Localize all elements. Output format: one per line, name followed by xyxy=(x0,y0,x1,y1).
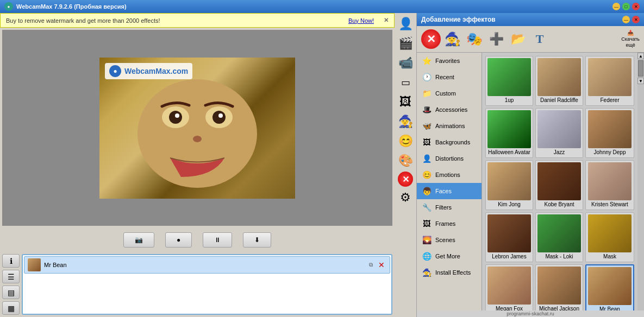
svg-point-5 xyxy=(175,113,179,118)
toolbar-folder-button[interactable]: 📂 xyxy=(508,29,528,49)
effect-card-lebron[interactable]: Lebron James xyxy=(485,212,533,262)
scroll-thumb[interactable] xyxy=(638,60,643,77)
toolbar-effects-button[interactable]: 🎭 xyxy=(465,29,484,49)
minimize-button[interactable]: — xyxy=(612,3,620,10)
cat-label-filters: Filters xyxy=(435,204,452,211)
effect-card-kristen[interactable]: Kristen Stewart xyxy=(585,160,634,210)
cat-icon-installEffects: 🧙 xyxy=(421,267,432,278)
sidebar-item-accessories[interactable]: 🎩 Accessories xyxy=(417,102,482,118)
effects-icon-3[interactable]: 📹 xyxy=(397,54,414,72)
effect-card-kimjong[interactable]: Kim Jong xyxy=(485,160,533,210)
pause-button[interactable]: ⏸ xyxy=(203,232,232,248)
settings-icon[interactable]: ⚙ xyxy=(397,189,414,206)
effect-card-johnny[interactable]: Johnny Depp xyxy=(585,108,634,158)
cat-label-frames: Frames xyxy=(435,220,455,227)
download-button[interactable]: ⬇ xyxy=(243,232,271,248)
download-more-button[interactable]: 📥 Скачатьещё xyxy=(621,30,640,48)
close-button[interactable]: ✕ xyxy=(632,3,640,10)
title-bar-left: ● WebcamMax 7.9.2.6 (Пробная версия) xyxy=(4,2,127,11)
cat-label-faces: Faces xyxy=(435,188,452,194)
toolbar-close-button[interactable]: ✕ xyxy=(421,29,441,49)
list-item[interactable]: Mr Bean ⧉ ✕ xyxy=(24,256,390,274)
cat-icon-animations: 🦋 xyxy=(421,121,432,131)
effect-label-halloween: Halloween Avatar xyxy=(488,149,530,156)
sidebar-item-favorites[interactable]: ⭐ Favorites xyxy=(417,53,482,69)
effect-img-kimjong xyxy=(487,162,531,200)
effect-img-jazz xyxy=(537,110,581,148)
effect-card-megan[interactable]: Megan Fox xyxy=(485,264,533,310)
maximize-button[interactable]: □ xyxy=(622,3,630,10)
bottom-watermark: programmi-skachat.ru xyxy=(417,310,644,317)
effects-icon-1[interactable]: 👤 xyxy=(397,15,414,33)
toolbar-add-button[interactable]: ➕ xyxy=(486,29,506,49)
film-button[interactable]: ▤ xyxy=(2,286,20,299)
banner-close-button[interactable]: ✕ xyxy=(384,17,389,24)
film-icon: ▤ xyxy=(8,288,15,297)
effect-card-federer[interactable]: Federer xyxy=(585,56,634,106)
effect-card-daniel[interactable]: Daniel Radcliffe xyxy=(535,56,583,106)
remove-effect-button[interactable]: ✕ xyxy=(377,260,386,270)
promo-banner: Buy to remove watermark and get more tha… xyxy=(0,13,395,28)
list-icon: ☰ xyxy=(8,272,15,281)
sidebar-item-filters[interactable]: 🔧 Filters xyxy=(417,199,482,215)
cat-label-installEffects: Install Effects xyxy=(435,269,471,276)
title-bar-controls[interactable]: — □ ✕ xyxy=(612,3,640,10)
record-button[interactable]: ● xyxy=(165,232,192,248)
sidebar-item-custom[interactable]: 📁 Custom xyxy=(417,85,482,102)
sidebar-item-emotions[interactable]: 😊 Emotions xyxy=(417,167,482,183)
sidebar-item-scenes[interactable]: 🌄 Scenes xyxy=(417,232,482,248)
effects-minimize-button[interactable]: — xyxy=(622,16,630,23)
effects-icon-4[interactable]: ▭ xyxy=(397,74,414,91)
effect-card-michael[interactable]: Michael Jackson xyxy=(535,264,583,310)
cat-icon-faces: 👦 xyxy=(421,186,432,196)
remove-button[interactable]: ✕ xyxy=(398,172,413,187)
camera-button[interactable]: 📷 xyxy=(123,232,154,248)
buy-now-link[interactable]: Buy Now! xyxy=(348,17,374,24)
sidebar-item-faces[interactable]: 👦 Faces xyxy=(417,183,482,199)
effects-close-button[interactable]: ✕ xyxy=(632,16,640,23)
effect-img-halloween xyxy=(487,110,531,148)
svg-point-6 xyxy=(218,113,223,118)
effects-grid-area: 1up Daniel Radcliffe Federer Halloween A… xyxy=(482,53,637,310)
effect-card-jazz[interactable]: Jazz xyxy=(535,108,583,158)
effect-label-federer: Federer xyxy=(600,97,619,104)
right-toolbar: 👤 🎬 📹 ▭ 🖼 🧙 😊 🎨 ✕ ⚙ xyxy=(395,13,416,317)
scroll-down-button[interactable]: ▼ xyxy=(637,78,644,84)
effects-icon-8[interactable]: 🎨 xyxy=(397,152,414,169)
effect-img-federer xyxy=(588,58,632,96)
list-button[interactable]: ☰ xyxy=(2,270,20,283)
sidebar-item-installEffects[interactable]: 🧙 Install Effects xyxy=(417,264,482,281)
sidebar-item-distortions[interactable]: 👤 Distortions xyxy=(417,150,482,167)
effect-label-1up: 1up xyxy=(505,97,514,104)
filmstrip-button[interactable]: ▦ xyxy=(2,301,20,315)
effects-icon-2[interactable]: 🎬 xyxy=(397,35,414,52)
banner-text: Buy to remove watermark and get more tha… xyxy=(6,17,160,24)
sidebar-item-getMore[interactable]: 🌐 Get More xyxy=(417,248,482,264)
toolbar-wizard-button[interactable]: 🧙 xyxy=(443,29,462,49)
download-icon: ⬇ xyxy=(254,236,260,244)
sidebar-item-backgrounds[interactable]: 🖼 Backgrounds xyxy=(417,134,482,150)
effect-card-1up[interactable]: 1up xyxy=(485,56,533,106)
sidebar-item-animations[interactable]: 🦋 Animations xyxy=(417,118,482,134)
effect-card-mrbean[interactable]: Mr Bean xyxy=(585,264,634,310)
cat-label-recent: Recent xyxy=(435,74,454,80)
effect-card-mask[interactable]: Mask xyxy=(585,212,634,262)
effect-card-mask-loki[interactable]: Mask - Loki xyxy=(535,212,583,262)
effect-img-daniel xyxy=(537,58,581,96)
effect-card-halloween[interactable]: Halloween Avatar xyxy=(485,108,533,158)
effect-card-kobe[interactable]: Kobe Bryant xyxy=(535,160,583,210)
sidebar-item-frames[interactable]: 🖼 Frames xyxy=(417,215,482,232)
effects-icon-6[interactable]: 🧙 xyxy=(397,113,414,130)
copy-effect-button[interactable]: ⧉ xyxy=(366,260,376,270)
effects-scrollbar[interactable]: ▲ ▼ xyxy=(637,53,644,310)
effect-label-michael: Michael Jackson xyxy=(539,306,579,310)
effects-icon-7[interactable]: 😊 xyxy=(397,132,414,150)
scroll-up-button[interactable]: ▲ xyxy=(637,53,644,59)
effects-icon-5[interactable]: 🖼 xyxy=(397,93,414,111)
effect-img-johnny xyxy=(588,110,632,148)
cat-icon-distortions: 👤 xyxy=(421,153,432,164)
effect-label-kobe: Kobe Bryant xyxy=(544,201,574,208)
sidebar-item-recent[interactable]: 🕐 Recent xyxy=(417,69,482,85)
info-button[interactable]: ℹ xyxy=(2,254,20,268)
toolbar-text-button[interactable]: T xyxy=(530,29,549,49)
